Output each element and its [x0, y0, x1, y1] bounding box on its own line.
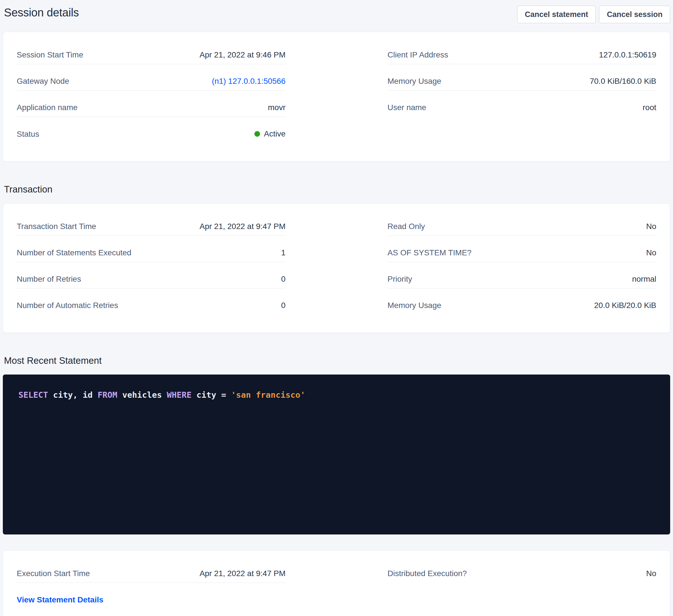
- execution-start-time-row: Execution Start Time Apr 21, 2022 at 9:4…: [17, 569, 285, 583]
- client-ip-row: Client IP Address 127.0.0.1:50619: [388, 50, 656, 64]
- row-label: Priority: [388, 274, 412, 284]
- row-value: 0: [281, 301, 285, 310]
- sql-string-literal: 'san francisco': [231, 390, 305, 400]
- sql-keyword-where: WHERE: [167, 390, 192, 400]
- row-value: Apr 21, 2022 at 9:46 PM: [199, 50, 285, 59]
- row-value: 1: [281, 248, 285, 257]
- memory-usage-row: Memory Usage 70.0 KiB/160.0 KiB: [388, 64, 656, 90]
- row-value: 70.0 KiB/160.0 KiB: [590, 76, 656, 86]
- cancel-statement-button[interactable]: Cancel statement: [517, 6, 596, 23]
- row-label: Number of Statements Executed: [17, 248, 132, 257]
- transaction-card-left-column: Transaction Start Time Apr 21, 2022 at 9…: [17, 222, 285, 315]
- row-value: Apr 21, 2022 at 9:47 PM: [199, 569, 285, 578]
- session-start-time-row: Session Start Time Apr 21, 2022 at 9:46 …: [17, 50, 285, 64]
- execution-card-left-column: Execution Start Time Apr 21, 2022 at 9:4…: [17, 569, 285, 604]
- row-label: Distributed Execution?: [388, 569, 467, 578]
- row-value: 0: [281, 274, 285, 284]
- row-label: Session Start Time: [17, 50, 83, 59]
- row-label: Execution Start Time: [17, 569, 90, 578]
- row-value: No: [646, 222, 656, 231]
- sql-condition: city =: [192, 390, 231, 400]
- row-label: Gateway Node: [17, 76, 69, 86]
- transaction-start-time-row: Transaction Start Time Apr 21, 2022 at 9…: [17, 222, 285, 236]
- gateway-node-row: Gateway Node (n1) 127.0.0.1:50566: [17, 64, 285, 90]
- row-value: 127.0.0.1:50619: [599, 50, 656, 59]
- page-header: Session details Cancel statement Cancel …: [0, 0, 673, 23]
- execution-card: Execution Start Time Apr 21, 2022 at 9:4…: [3, 550, 670, 616]
- transaction-section-heading: Transaction: [4, 184, 673, 195]
- sql-code-block: SELECT city, id FROM vehicles WHERE city…: [3, 374, 670, 535]
- row-value: normal: [632, 274, 656, 284]
- row-value: root: [643, 103, 656, 112]
- status-row: Status Active: [17, 117, 285, 143]
- statement-section-heading: Most Recent Statement: [4, 355, 673, 366]
- row-label: Client IP Address: [388, 50, 448, 59]
- as-of-system-time-row: AS OF SYSTEM TIME? No: [388, 236, 656, 262]
- distributed-execution-row: Distributed Execution? No: [388, 569, 656, 583]
- transaction-card: Transaction Start Time Apr 21, 2022 at 9…: [3, 203, 670, 333]
- view-statement-details-link[interactable]: View Statement Details: [17, 595, 103, 604]
- gateway-node-link[interactable]: (n1) 127.0.0.1:50566: [212, 76, 285, 86]
- cancel-session-button[interactable]: Cancel session: [599, 6, 670, 23]
- session-card-right-column: Client IP Address 127.0.0.1:50619 Memory…: [388, 50, 656, 143]
- row-label: AS OF SYSTEM TIME?: [388, 248, 472, 257]
- read-only-row: Read Only No: [388, 222, 656, 236]
- row-label: Application name: [17, 103, 77, 112]
- session-card-left-column: Session Start Time Apr 21, 2022 at 9:46 …: [17, 50, 285, 143]
- status-text: Active: [264, 129, 285, 138]
- execution-card-right-column: Distributed Execution? No: [388, 569, 656, 604]
- page-title: Session details: [4, 6, 79, 19]
- sql-keyword-from: FROM: [97, 390, 117, 400]
- header-actions: Cancel statement Cancel session: [517, 6, 670, 23]
- row-label: Memory Usage: [388, 301, 441, 310]
- row-label: Read Only: [388, 222, 425, 231]
- row-value: No: [646, 248, 656, 257]
- transaction-card-right-column: Read Only No AS OF SYSTEM TIME? No Prior…: [388, 222, 656, 315]
- user-name-row: User name root: [388, 90, 656, 117]
- session-details-card: Session Start Time Apr 21, 2022 at 9:46 …: [3, 32, 670, 162]
- row-label: Number of Automatic Retries: [17, 301, 118, 310]
- sql-keyword-select: SELECT: [18, 390, 48, 400]
- transaction-memory-usage-row: Memory Usage 20.0 KiB/20.0 KiB: [388, 288, 656, 315]
- automatic-retries-row: Number of Automatic Retries 0: [17, 288, 285, 315]
- status-active-dot-icon: [254, 131, 260, 137]
- row-label: Memory Usage: [388, 76, 441, 86]
- row-label: User name: [388, 103, 426, 112]
- row-value: Apr 21, 2022 at 9:47 PM: [199, 222, 285, 231]
- retries-row: Number of Retries 0: [17, 262, 285, 288]
- row-value: No: [646, 569, 656, 578]
- row-label: Number of Retries: [17, 274, 81, 284]
- session-status: Active: [254, 129, 285, 138]
- sql-table: vehicles: [117, 390, 167, 400]
- statements-executed-row: Number of Statements Executed 1: [17, 236, 285, 262]
- row-value: 20.0 KiB/20.0 KiB: [594, 301, 656, 310]
- row-label: Status: [17, 129, 39, 139]
- application-name-row: Application name movr: [17, 90, 285, 117]
- sql-columns: city, id: [48, 390, 98, 400]
- row-value: movr: [268, 103, 285, 112]
- priority-row: Priority normal: [388, 262, 656, 288]
- row-label: Transaction Start Time: [17, 222, 96, 231]
